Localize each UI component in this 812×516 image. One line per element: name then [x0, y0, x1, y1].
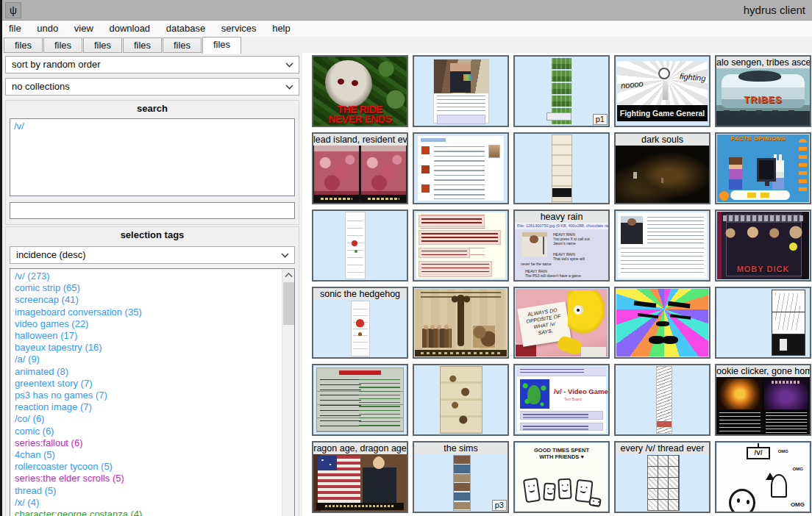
collar-shape	[581, 347, 606, 356]
thumbnail[interactable]: noooo fighting Fighting Game General	[614, 55, 710, 127]
thumbnail[interactable]: FACTS OPINIONS	[715, 132, 811, 204]
thumbnail[interactable]	[513, 132, 610, 204]
tag-item[interactable]: thread (5)	[10, 485, 281, 497]
image-text: OMG	[793, 467, 803, 471]
thumbnail[interactable]: ookie clicker, gone hom	[715, 364, 811, 436]
character-shape	[658, 68, 670, 79]
thumbnail-caption: sonic the hedgehog	[313, 288, 407, 300]
comic-strip-shape	[352, 301, 369, 356]
tag-autocomplete-input[interactable]	[10, 202, 295, 219]
image-text: TRIBES	[716, 95, 810, 105]
thumbnail[interactable]: File: 1261300750.jpg (9 KB, 400x288, cho…	[513, 209, 610, 282]
menu-view[interactable]: view	[68, 21, 100, 37]
scrollbar-thumb[interactable]	[283, 282, 294, 325]
thumbnail[interactable]: dark souls	[614, 132, 710, 204]
post-box-shape	[517, 367, 606, 376]
photo-shape	[621, 216, 643, 244]
thumbnail-image: MOBY DICK	[716, 211, 810, 280]
tag-item[interactable]: rollercoaster tycoon (5)	[10, 461, 281, 473]
page-label: p1	[593, 114, 608, 125]
thumbnail[interactable]: every /v/ thread ever	[614, 441, 710, 513]
tree-shape	[457, 295, 464, 346]
tag-item[interactable]: bayeux tapestry (16)	[10, 342, 281, 354]
thumbnail[interactable]: sonic the hedgehog	[312, 287, 408, 359]
tag-item[interactable]: comic strip (65)	[10, 282, 281, 294]
thumbnail-caption: ookie clicker, gone hom	[716, 365, 810, 377]
tag-item[interactable]: video games (22)	[10, 318, 281, 330]
tab-files-3[interactable]: files	[83, 37, 122, 53]
thumbnail[interactable]: ALWAYS DO OPPOSITE OF WHAT /v/ SAYS.	[513, 287, 610, 359]
thumbnail[interactable]	[413, 364, 509, 436]
tag-item[interactable]: imageboard conversation (35)	[10, 307, 281, 318]
thumbnail[interactable]: MOBY DICK	[715, 209, 811, 282]
tag-item[interactable]: /v/ (273)	[10, 270, 281, 282]
tab-files-5[interactable]: files	[163, 37, 202, 53]
thumbnail[interactable]: the sims p3	[413, 441, 509, 513]
tag-item[interactable]: animated (8)	[10, 366, 281, 378]
thumbnail[interactable]: ragon age, dragon age	[312, 441, 408, 513]
active-search-terms-list[interactable]: /v/	[10, 118, 295, 196]
thumbnail[interactable]	[312, 364, 408, 436]
tag-item[interactable]: screencap (41)	[10, 294, 281, 306]
cartoon-screencap: ALWAYS DO OPPOSITE OF WHAT /v/ SAYS.	[516, 289, 608, 356]
menu-help[interactable]: help	[266, 21, 297, 37]
thumbnail[interactable]: lead island, resident evi	[312, 132, 408, 204]
thumbnail[interactable]	[413, 55, 509, 127]
thumbnail-image	[716, 288, 810, 357]
tag-sort-dropdown[interactable]: incidence (desc)	[10, 246, 295, 264]
tag-item[interactable]: 4chan (5)	[10, 449, 281, 461]
inline-image-shape	[488, 145, 500, 158]
thumbnail[interactable]	[614, 287, 710, 359]
tag-item[interactable]: series:the elder scrolls (5)	[10, 473, 281, 484]
menu-file[interactable]: file	[2, 21, 28, 37]
collections-dropdown[interactable]: no collections	[5, 78, 299, 96]
tab-files-6-active[interactable]: files	[202, 37, 241, 54]
tag-item[interactable]: character:george costanza (4)	[10, 509, 281, 516]
thumbnail[interactable]: /v/ - Video Games Text Board	[513, 364, 610, 436]
menu-download[interactable]: download	[102, 21, 157, 37]
menu-undo[interactable]: undo	[30, 21, 65, 37]
thumbnail[interactable]: THE RIDE NEVER ENDS	[312, 55, 408, 127]
taglist-scrollbar[interactable]	[282, 269, 294, 516]
thumbnail[interactable]	[614, 364, 710, 436]
figures-shape	[473, 326, 495, 348]
console-character-shape	[558, 479, 571, 500]
tag-item[interactable]: /a/ (9)	[10, 354, 281, 365]
greentext-table-screencap	[316, 368, 404, 432]
dark-screenshot	[616, 146, 709, 203]
tag-item[interactable]: comic (6)	[10, 426, 281, 437]
thumbnail[interactable]: GOOD TIMES SPENT WITH FRIENDS ♥	[513, 441, 610, 513]
thumbnail[interactable]	[312, 209, 408, 282]
tag-item[interactable]: /co/ (6)	[10, 413, 281, 425]
search-term[interactable]: /v/	[10, 119, 294, 133]
image-text: Fighting Game General	[617, 105, 708, 121]
tag-item[interactable]: halloween (17)	[10, 330, 281, 342]
thumbnail[interactable]	[715, 287, 811, 359]
thumbnail[interactable]: TRIBES alo sengen, tribes ascen	[715, 55, 811, 127]
tag-item[interactable]: greentext story (7)	[10, 378, 281, 390]
thumbnail[interactable]: /V/ OMG OMG OMG	[715, 441, 811, 513]
menu-services[interactable]: services	[215, 21, 263, 37]
tag-item[interactable]: ps3 has no games (7)	[10, 390, 281, 401]
menu-database[interactable]: database	[160, 21, 213, 37]
image-text: OMG	[778, 449, 788, 454]
tag-item[interactable]: reaction image (7)	[10, 401, 281, 413]
thumbnail[interactable]	[614, 209, 710, 282]
image-text: GOOD TIMES SPENT WITH FRIENDS ♥	[516, 447, 608, 460]
tag-item[interactable]: series:fallout (6)	[10, 437, 281, 449]
thumbnail[interactable]	[413, 287, 509, 359]
tag-list[interactable]: /v/ (273) comic strip (65) screencap (41…	[10, 268, 295, 516]
search-group-title: search	[6, 101, 299, 117]
thumbnail[interactable]	[413, 132, 509, 204]
reply-box-shape	[419, 248, 470, 258]
thumbnail[interactable]	[413, 209, 509, 282]
tab-files-1[interactable]: files	[4, 37, 43, 53]
thumbnail[interactable]: p1	[513, 55, 610, 127]
image-text: OMG	[791, 501, 805, 508]
scrollbar-up-arrow-icon[interactable]	[282, 269, 294, 282]
sort-order-dropdown[interactable]: sort by random order	[5, 56, 299, 74]
hydrus-app-icon[interactable]: ψ	[5, 2, 21, 18]
tab-files-2[interactable]: files	[43, 37, 82, 53]
tab-files-4[interactable]: files	[123, 37, 162, 53]
tag-item[interactable]: /x/ (4)	[10, 497, 281, 509]
